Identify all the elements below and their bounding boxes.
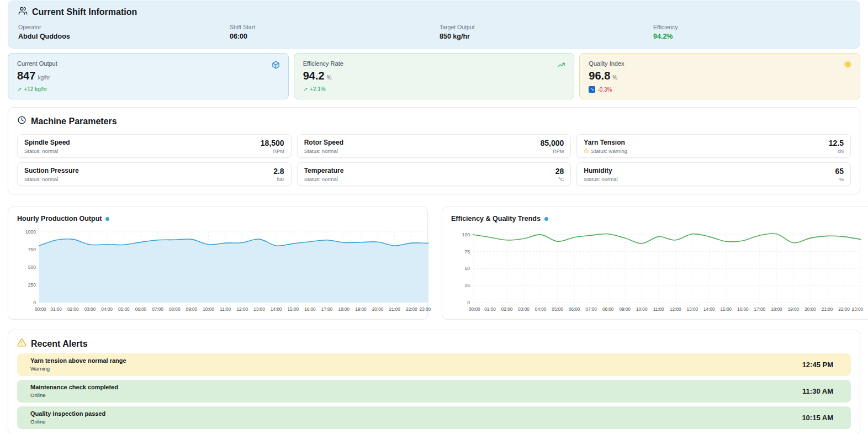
param-value: 2.8	[273, 167, 284, 176]
svg-text:250: 250	[28, 282, 36, 288]
stat-value: 96.8	[589, 70, 610, 82]
machine-parameters-panel: Machine Parameters Spindle Speed Status:…	[8, 107, 860, 194]
param-status: Status: normal	[24, 176, 79, 182]
stat-card-efficiency-rate: Efficiency Rate 94.2% ↗ +2.1%	[294, 53, 575, 99]
svg-text:09:00: 09:00	[619, 307, 631, 312]
svg-text:10:00: 10:00	[636, 307, 648, 312]
svg-text:09:00: 09:00	[186, 307, 198, 312]
alert-level: Online	[30, 419, 105, 425]
trend-up-icon: ↗	[303, 86, 308, 92]
param-value: 65	[835, 167, 844, 176]
svg-text:06:00: 06:00	[569, 307, 580, 312]
param-name: Rotor Speed	[304, 139, 343, 146]
svg-text:02:00: 02:00	[501, 307, 513, 312]
efficiency-chart: 025507510000:0001:0002:0003:0004:0005:00…	[451, 227, 867, 315]
svg-text:23:00: 23:00	[420, 307, 431, 312]
recent-alerts-title: Recent Alerts	[31, 339, 88, 349]
field-label: Efficiency	[653, 24, 850, 30]
stat-trend: ↘ -0.3%	[589, 86, 851, 93]
param-unit: RPM	[261, 149, 284, 154]
stat-value: 847	[17, 70, 35, 82]
field-label: Operator	[18, 24, 230, 30]
machine-parameters-header: Machine Parameters	[17, 115, 851, 127]
recent-alerts-panel: Recent Alerts Yarn tension above normal …	[8, 330, 860, 434]
svg-text:08:00: 08:00	[602, 307, 614, 312]
production-chart: 0250500750100000:0001:0002:0003:0004:000…	[17, 227, 435, 315]
svg-text:01:00: 01:00	[50, 307, 62, 312]
svg-text:17:00: 17:00	[321, 307, 333, 312]
users-icon	[18, 6, 28, 18]
legend-dot-icon	[544, 217, 548, 221]
field-value: 850 kg/hr	[440, 33, 653, 40]
alert-time: 10:15 AM	[802, 414, 833, 422]
trend-text: +2.1%	[310, 86, 326, 92]
shift-info-title: Current Shift Information	[32, 7, 137, 17]
warning-triangle-small-icon	[584, 148, 589, 154]
param-unit: °C	[555, 177, 564, 182]
field-value: 94.2%	[653, 33, 850, 40]
param-name: Spindle Speed	[24, 139, 70, 146]
svg-text:21:00: 21:00	[389, 307, 400, 312]
param-value: 12.5	[829, 139, 844, 147]
stat-title: Quality Index	[589, 60, 851, 67]
svg-text:16:00: 16:00	[304, 307, 316, 312]
recent-alerts-header: Recent Alerts	[17, 338, 851, 350]
svg-text:13:00: 13:00	[253, 307, 265, 312]
machine-parameters-title: Machine Parameters	[31, 117, 117, 126]
svg-text:00:00: 00:00	[35, 307, 46, 312]
param-card-humidity: Humidity Status: normal 65 %	[576, 162, 851, 186]
param-card-rotor-speed: Rotor Speed Status: normal 85,000 RPM	[297, 134, 571, 158]
stat-value-row: 847kg/hr	[17, 70, 279, 82]
alert-message: Yarn tension above normal range	[30, 357, 126, 364]
svg-text:13:00: 13:00	[687, 307, 698, 312]
svg-text:02:00: 02:00	[67, 307, 79, 312]
stat-cards-row: Current Output 847kg/hr ↗ +12 kg/hr Effi…	[8, 53, 860, 99]
param-grid: Spindle Speed Status: normal 18,500 RPM …	[17, 134, 851, 186]
svg-text:500: 500	[28, 264, 36, 270]
param-unit: cN	[829, 149, 844, 154]
efficiency-chart-title: Efficiency & Quality Trends	[451, 215, 541, 223]
svg-text:04:00: 04:00	[101, 307, 113, 312]
field-label: Target Output	[440, 24, 653, 30]
svg-text:11:00: 11:00	[220, 307, 231, 312]
shift-field-shift-start: Shift Start 06:00	[230, 24, 440, 40]
efficiency-chart-header: Efficiency & Quality Trends	[451, 215, 867, 223]
alert-message: Maintenance check completed	[30, 384, 118, 390]
param-card-yarn-tension: Yarn Tension Status: warning 12.5 cN	[576, 134, 851, 158]
yellow-circle-icon	[844, 61, 851, 68]
alert-level: Online	[30, 392, 118, 398]
stat-card-quality-index: Quality Index 96.8% ↘ -0.3%	[579, 53, 860, 99]
svg-text:19:00: 19:00	[355, 307, 367, 312]
svg-text:23:00: 23:00	[852, 307, 864, 312]
production-chart-title: Hourly Production Output	[17, 215, 102, 223]
svg-text:75: 75	[465, 249, 470, 255]
alert-time: 12:45 PM	[802, 361, 833, 369]
stat-value-row: 94.2%	[303, 70, 565, 82]
svg-text:01:00: 01:00	[484, 307, 496, 312]
field-value: Abdul Quddoos	[18, 33, 230, 40]
svg-text:20:00: 20:00	[372, 307, 384, 312]
stat-unit: %	[612, 75, 617, 81]
stat-trend: ↗ +12 kg/hr	[17, 86, 279, 92]
param-value: 28	[555, 167, 564, 176]
svg-text:17:00: 17:00	[754, 307, 766, 312]
svg-text:15:00: 15:00	[721, 307, 732, 312]
dashboard-page: Current Shift Information Operator Abdul…	[0, 1, 868, 434]
shift-info-panel: Current Shift Information Operator Abdul…	[8, 1, 860, 49]
trending-up-icon	[557, 61, 565, 71]
param-unit: %	[835, 177, 844, 182]
shift-field-target-output: Target Output 850 kg/hr	[440, 24, 653, 40]
field-value: 06:00	[230, 33, 440, 40]
svg-text:03:00: 03:00	[518, 307, 530, 312]
trend-text: +12 kg/hr	[24, 86, 47, 92]
param-status: Status: normal	[304, 148, 343, 154]
param-unit: RPM	[541, 149, 564, 154]
svg-text:21:00: 21:00	[822, 307, 833, 312]
svg-text:15:00: 15:00	[288, 307, 299, 312]
svg-text:18:00: 18:00	[338, 307, 350, 312]
alert-row-quality-inspection: Quality inspection passed Online 10:15 A…	[17, 406, 851, 429]
svg-text:50: 50	[465, 266, 470, 271]
alert-row-maintenance: Maintenance check completed Online 11:30…	[17, 380, 851, 403]
param-value: 18,500	[261, 139, 284, 147]
efficiency-chart-card: Efficiency & Quality Trends 025507510000…	[442, 207, 868, 320]
